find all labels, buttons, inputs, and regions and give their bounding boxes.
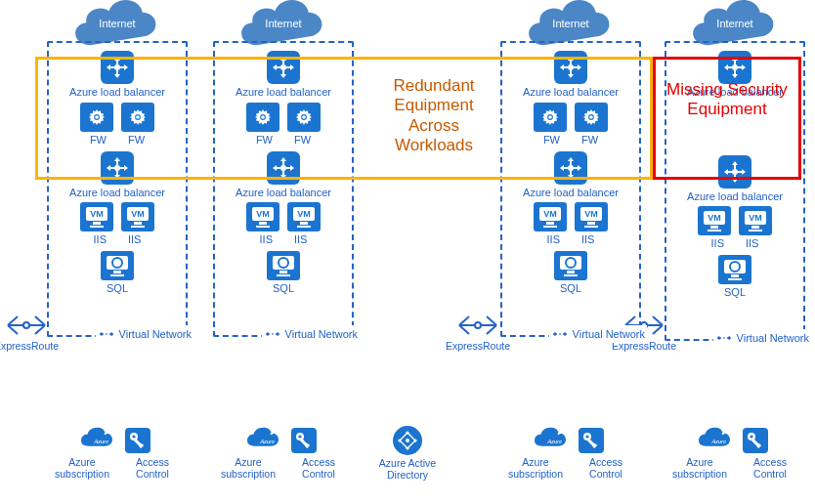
- sql-tile: [554, 251, 587, 280]
- subscription-footer: AzureAzure subscriptionAccess Control: [493, 426, 649, 480]
- access-control-icon: [288, 426, 320, 455]
- azure-subscription-icon: Azure: [699, 426, 730, 455]
- vnet-tag: Virtual Network: [549, 325, 647, 343]
- sql-label: SQL: [724, 286, 746, 298]
- access-control-icon: [122, 426, 153, 455]
- internet-cloud: Internet: [73, 0, 161, 47]
- svg-point-67: [750, 435, 752, 438]
- subscription-label: Azure subscription: [669, 457, 730, 480]
- load-balancer-icon: [101, 151, 134, 185]
- missing-callout-text: Missing Security Equipment: [661, 80, 794, 120]
- svg-text:Azure: Azure: [259, 438, 275, 444]
- svg-point-37: [298, 435, 301, 438]
- load-balancer-icon: [267, 51, 300, 84]
- svg-point-58: [732, 64, 738, 70]
- svg-point-12: [114, 165, 120, 171]
- azure-ad-icon: [393, 426, 422, 455]
- svg-point-47: [568, 165, 574, 171]
- load-balancer-label: Azure load balancer: [236, 187, 331, 199]
- load-balancer-label: Azure load balancer: [687, 190, 783, 203]
- svg-point-55: [585, 435, 588, 438]
- access-control-icon: [740, 426, 771, 455]
- access-control-label: Access Control: [288, 457, 349, 480]
- expressroute: ExpressRoute: [451, 313, 504, 356]
- sql-row: [718, 255, 751, 284]
- stack-column: InternetAzure load balancerFWFWAzure loa…: [205, 0, 362, 337]
- load-balancer-label: Azure load balancer: [69, 86, 165, 99]
- azure-subscription-icon: Azure: [81, 426, 112, 455]
- firewall-row: [246, 103, 321, 132]
- vm-tile: VM: [698, 206, 731, 235]
- azure-subscription-icon: Azure: [247, 426, 279, 455]
- sql-row: [101, 251, 134, 280]
- svg-point-20: [132, 435, 135, 438]
- subscription-label: Azure subscription: [218, 457, 279, 480]
- sql-row: [267, 251, 300, 280]
- svg-point-11: [136, 115, 140, 119]
- access-control-label: Access Control: [122, 457, 183, 480]
- subscription-footer: AzureAzure subscriptionAccess Control: [39, 426, 195, 480]
- internet-label: Internet: [99, 18, 135, 29]
- load-balancer-label: Azure load balancer: [523, 86, 619, 99]
- iis-row: VMVM: [698, 206, 772, 235]
- subscription-label: Azure subscription: [505, 457, 566, 480]
- sql-label: SQL: [273, 282, 294, 294]
- vm-tile: VM: [534, 202, 567, 231]
- svg-point-15: [23, 322, 29, 328]
- load-balancer-icon: [101, 51, 134, 84]
- iis-row: VMVM: [246, 202, 321, 231]
- subscription-footer: AzureAzure subscriptionAccess Control: [657, 426, 813, 480]
- load-balancer-label: Azure load balancer: [69, 187, 165, 199]
- firewall-tile: [80, 103, 113, 132]
- internet-cloud: Internet: [527, 0, 615, 47]
- vm-tile: VM: [80, 202, 113, 231]
- svg-text:Azure: Azure: [710, 438, 726, 444]
- sql-tile: [718, 255, 751, 284]
- svg-point-43: [548, 115, 552, 119]
- iis-row: VMVM: [80, 202, 154, 231]
- vnet-tag: Virtual Network: [262, 325, 360, 343]
- firewall-tile: [246, 103, 279, 132]
- load-balancer-icon: [718, 155, 751, 189]
- firewall-tile: [121, 103, 154, 132]
- virtual-network-box: Azure load balancerFWFWAzure load balanc…: [47, 41, 188, 337]
- svg-point-40: [568, 64, 574, 70]
- svg-text:Azure: Azure: [546, 438, 562, 444]
- load-balancer-icon: [267, 151, 300, 185]
- virtual-network-box: Azure load balancerFWFWAzure load balanc…: [500, 41, 641, 337]
- vnet-tag: Virtual Network: [96, 325, 193, 343]
- firewall-row: [534, 103, 608, 132]
- svg-point-23: [280, 64, 286, 70]
- load-balancer-label: Azure load balancer: [523, 187, 619, 199]
- iis-labels: IISIIS: [547, 233, 595, 245]
- svg-point-0: [406, 439, 409, 442]
- firewall-tile: [534, 103, 567, 132]
- expressroute: ExpressRoute: [0, 313, 53, 356]
- internet-label: Internet: [716, 18, 752, 29]
- internet-cloud: Internet: [691, 0, 779, 47]
- firewall-labels: FWFW: [90, 134, 145, 146]
- vm-tile: VM: [287, 202, 321, 231]
- iis-row: VMVM: [534, 202, 608, 231]
- internet-label: Internet: [552, 18, 588, 29]
- stack-column: InternetAzure load balancerFWFWAzure loa…: [39, 0, 195, 337]
- iis-labels: IISIIS: [711, 237, 759, 249]
- vm-tile: VM: [739, 206, 772, 235]
- vm-tile: VM: [575, 202, 608, 231]
- sql-tile: [101, 251, 134, 280]
- internet-cloud: Internet: [239, 0, 327, 47]
- svg-point-50: [475, 322, 481, 328]
- vnet-tag: Virtual Network: [713, 329, 811, 347]
- redundant-callout-text: Redundant Equipment Across Workloads: [375, 76, 493, 156]
- internet-label: Internet: [265, 18, 301, 29]
- virtual-network-box: Azure load balancerFWFWAzure load balanc…: [213, 41, 354, 337]
- azure-active-directory: Azure Active Directory: [364, 426, 451, 484]
- svg-point-5: [114, 64, 120, 70]
- firewall-tile: [287, 103, 321, 132]
- firewall-labels: FWFW: [543, 134, 598, 146]
- vm-tile: VM: [121, 202, 154, 231]
- stack-column: InternetAzure load balancerFWFWAzure loa…: [493, 0, 649, 337]
- load-balancer-icon: [554, 151, 587, 185]
- firewall-labels: FWFW: [256, 134, 311, 146]
- svg-point-30: [280, 165, 286, 171]
